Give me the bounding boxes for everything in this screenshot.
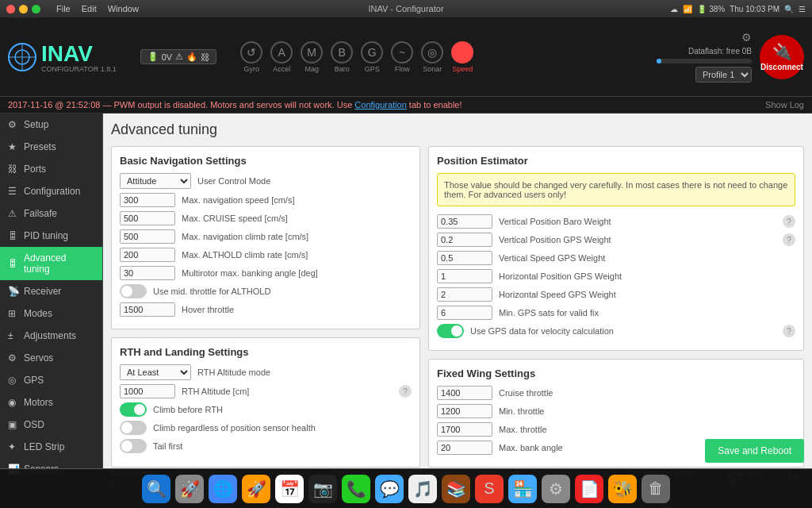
sidebar-item-gps[interactable]: ◎ GPS	[0, 369, 102, 391]
dock-messages[interactable]: 💬	[375, 475, 404, 503]
mid-throttle-row: Use mid. throttle for ALTHOLD	[120, 284, 412, 298]
minimize-button[interactable]	[19, 5, 28, 13]
vert-speed-gps-label: Vertical Speed GPS Weight	[499, 253, 795, 263]
sidebar-item-setup[interactable]: ⚙ Setup	[0, 114, 102, 136]
dock-appstore[interactable]: 🏪	[508, 475, 537, 503]
close-button[interactable]	[6, 5, 15, 13]
sidebar-item-presets[interactable]: ★ Presets	[0, 136, 102, 158]
user-control-mode-select[interactable]: Attitude	[120, 173, 191, 189]
dock-chrome[interactable]: 🌐	[209, 475, 237, 503]
climb-regardless-toggle[interactable]	[120, 421, 147, 435]
vert-speed-gps-input[interactable]	[437, 251, 492, 265]
vert-pos-gps-info-icon[interactable]: ?	[783, 233, 795, 246]
banking-angle-label: Multirotor max. banking angle [deg]	[182, 268, 412, 278]
dock-prefs[interactable]: ⚙	[542, 475, 570, 503]
min-gps-sats-input[interactable]	[437, 306, 492, 320]
sidebar-item-osd[interactable]: ▣ OSD	[0, 414, 102, 436]
gear-btn[interactable]: ⚙	[741, 31, 752, 44]
dock-calendar[interactable]: 📅	[275, 475, 304, 503]
sidebar-item-configuration[interactable]: ☰ Configuration	[0, 180, 102, 202]
warning-link[interactable]: Configuration	[354, 100, 406, 110]
tail-first-knob	[121, 441, 132, 452]
sidebar-item-adjustments[interactable]: ± Adjustments	[0, 325, 102, 347]
sensor-icons: ↺ Gyro A Accel M Mag B Baro G GPS ~ Flow…	[240, 41, 473, 73]
use-gps-velocity-info-icon[interactable]: ?	[783, 325, 795, 337]
cruise-throttle-input[interactable]	[437, 386, 492, 400]
maximize-button[interactable]	[32, 5, 40, 13]
save-reboot-button[interactable]: Save and Reboot	[705, 439, 804, 463]
tail-first-toggle[interactable]	[120, 439, 147, 453]
dock-foxitreader[interactable]: 📄	[575, 475, 603, 503]
dock-facetime[interactable]: 📞	[342, 475, 370, 503]
sensor-mag: M Mag	[301, 41, 323, 73]
banking-angle-input[interactable]	[120, 266, 175, 280]
vert-pos-gps-input[interactable]	[437, 233, 492, 247]
dock-finder[interactable]: 🔍	[142, 475, 170, 503]
rth-altitude-input[interactable]	[120, 384, 175, 398]
baro-label: Baro	[335, 65, 350, 73]
menu-bar[interactable]: File Edit Window	[56, 4, 139, 13]
climb-before-rth-toggle[interactable]	[120, 402, 147, 417]
rth-altitude-mode-select[interactable]: At Least	[120, 364, 191, 380]
max-althold-label: Max. ALTHOLD climb rate [cm/s]	[182, 250, 412, 260]
menu-window[interactable]: Window	[108, 4, 139, 13]
dock-scribd[interactable]: S	[475, 475, 504, 503]
disconnect-icon: 🔌	[772, 42, 792, 61]
mid-throttle-toggle[interactable]	[120, 284, 147, 298]
dock-itunes[interactable]: 🎵	[408, 475, 437, 503]
motors-icon: ◉	[8, 397, 19, 408]
sidebar-item-servos[interactable]: ⚙ Servos	[0, 347, 102, 369]
content: Advanced tuning Basic Navigation Setting…	[103, 114, 812, 469]
position-estimator-panel: Position Estimator Those value should be…	[428, 146, 804, 351]
menu-file[interactable]: File	[56, 4, 71, 13]
horiz-pos-gps-input[interactable]	[437, 269, 492, 283]
disconnect-button[interactable]: 🔌 Disconnect	[760, 35, 804, 79]
tail-first-row: Tail first	[120, 439, 412, 453]
sidebar-item-modes[interactable]: ⊞ Modes	[0, 302, 102, 325]
dock-rocket[interactable]: 🚀	[242, 475, 270, 503]
sidebar-item-pid-tuning[interactable]: 🎛 PID tuning	[0, 225, 102, 247]
dock-trash[interactable]: 🗑	[642, 475, 670, 503]
profile-select[interactable]: Profile 1	[695, 67, 752, 83]
sidebar-item-advanced-tuning[interactable]: 🎛 Advanced tuning	[0, 247, 102, 280]
baro-circle: B	[331, 41, 353, 64]
sensor-accel: A Accel	[270, 41, 293, 73]
max-throttle-input[interactable]	[437, 422, 492, 437]
dock-photos[interactable]: 📷	[308, 475, 337, 503]
max-throttle-label: Max. throttle	[499, 425, 795, 434]
vert-pos-gps-label: Vertical Position GPS Weight	[499, 235, 776, 244]
sidebar-item-motors[interactable]: ◉ Motors	[0, 391, 102, 414]
sidebar-item-receiver[interactable]: 📡 Receiver	[0, 280, 102, 302]
titlebar: File Edit Window INAV - Configurator ☁📶🔋…	[0, 0, 812, 17]
rth-altitude-info-icon[interactable]: ?	[399, 385, 412, 398]
window-controls[interactable]	[6, 5, 40, 13]
cruise-throttle-label: Cruise throttle	[499, 388, 795, 398]
dock-books[interactable]: 📚	[442, 475, 470, 503]
menu-edit[interactable]: Edit	[82, 4, 97, 13]
pid-icon: 🎛	[8, 230, 19, 241]
sidebar-item-ports[interactable]: ⛓ Ports	[0, 158, 102, 180]
min-throttle-label: Min. throttle	[499, 406, 795, 416]
max-nav-speed-input[interactable]	[120, 193, 175, 207]
hover-throttle-input[interactable]	[120, 302, 175, 317]
dock-launchpad[interactable]: 🚀	[175, 475, 204, 503]
max-althold-input[interactable]	[120, 248, 175, 262]
receiver-icon: 📡	[8, 286, 19, 297]
rth-panel: RTH and Landing Settings At Least RTH Al…	[111, 337, 420, 468]
sidebar-label-servos: Servos	[24, 352, 53, 364]
vert-pos-baro-input[interactable]	[437, 214, 492, 229]
show-log-button[interactable]: Show Log	[765, 100, 804, 110]
horiz-speed-gps-input[interactable]	[437, 287, 492, 302]
led-icon: ✦	[8, 441, 19, 452]
sidebar-item-led-strip[interactable]: ✦ LED Strip	[0, 436, 102, 458]
vert-pos-baro-info-icon[interactable]: ?	[783, 215, 795, 228]
max-cruise-speed-input[interactable]	[120, 211, 175, 225]
sidebar-item-failsafe[interactable]: ⚠ Failsafe	[0, 202, 102, 225]
min-throttle-input[interactable]	[437, 404, 492, 418]
basic-nav-title: Basic Navigation Settings	[120, 155, 412, 167]
max-bank-angle-input[interactable]	[437, 441, 492, 455]
dock-bees[interactable]: 🐝	[608, 475, 637, 503]
sidebar-label-osd: OSD	[24, 419, 44, 430]
max-climb-rate-input[interactable]	[120, 229, 175, 244]
use-gps-velocity-toggle[interactable]	[437, 324, 464, 338]
